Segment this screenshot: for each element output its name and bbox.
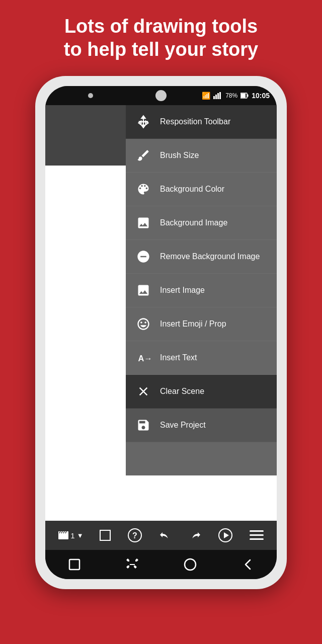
wifi-icon: 📶 — [202, 92, 210, 100]
menu-item-background-color[interactable]: Background Color — [126, 173, 277, 206]
palette-icon — [135, 181, 152, 198]
menu-item-clear-scene[interactable]: Clear Scene — [126, 375, 277, 409]
menu-label-brush: Brush Size — [160, 151, 199, 160]
text-icon: A→Z — [135, 349, 152, 366]
svg-text:?: ? — [132, 531, 137, 540]
svg-rect-20 — [250, 538, 264, 540]
scene-square-icon — [100, 530, 111, 541]
phone-wrapper: 📶 78% 10:05 — [0, 76, 322, 589]
svg-text:A→Z: A→Z — [138, 354, 151, 363]
menu-item-insert-text[interactable]: A→Z Insert Text — [126, 341, 277, 375]
reposition-icon — [135, 113, 152, 130]
content-area: Resposition Toolbar Brush Size — [45, 105, 277, 521]
redo-button[interactable] — [188, 530, 201, 541]
headline-line2: to help tell your story — [64, 39, 258, 60]
bottom-nav — [45, 550, 277, 579]
dropdown-menu: Resposition Toolbar Brush Size — [126, 105, 277, 475]
remove-circle-icon — [135, 248, 152, 265]
nav-compress-button[interactable] — [122, 554, 142, 575]
menu-item-brush-size[interactable]: Brush Size — [126, 139, 277, 173]
scene-frame-button[interactable] — [100, 530, 111, 541]
menu-item-save-project[interactable]: Save Project — [126, 409, 277, 442]
menu-item-insert-image[interactable]: Insert Image — [126, 274, 277, 307]
image-icon — [135, 214, 152, 231]
status-bar: 📶 78% 10:05 — [45, 86, 277, 105]
menu-item-background-image[interactable]: Background Image — [126, 206, 277, 240]
headline-line1: Lots of drawing tools — [64, 16, 258, 37]
svg-point-22 — [185, 559, 196, 570]
menu-label-clear-scene: Clear Scene — [160, 387, 204, 396]
close-icon — [135, 383, 152, 400]
svg-rect-9 — [58, 533, 68, 539]
svg-rect-3 — [219, 92, 221, 99]
menu-label-insert-text: Insert Text — [160, 353, 197, 362]
menu-label-insert-image: Insert Image — [160, 286, 205, 295]
play-button[interactable] — [218, 528, 233, 543]
nav-back-button[interactable] — [238, 554, 258, 575]
svg-rect-6 — [247, 95, 249, 97]
svg-rect-19 — [250, 534, 264, 536]
svg-rect-1 — [215, 95, 217, 99]
menu-label-remove-bg-image: Remove Background Image — [160, 252, 260, 261]
phone-device: 📶 78% 10:05 — [35, 76, 287, 589]
insert-image-icon — [135, 282, 152, 299]
brush-icon — [135, 147, 152, 164]
chevron-down-icon: ▼ — [77, 532, 84, 539]
phone-screen: 📶 78% 10:05 — [45, 86, 277, 579]
menu-label-insert-emoji: Insert Emoji / Prop — [160, 319, 226, 329]
menu-item-reposition-toolbar[interactable]: Resposition Toolbar — [126, 105, 277, 139]
svg-point-7 — [142, 121, 144, 123]
menu-label-bg-color: Background Color — [160, 185, 224, 194]
hamburger-menu-button[interactable] — [250, 530, 264, 540]
scene-number: 1 — [70, 531, 74, 540]
headline: Lots of drawing tools to help tell your … — [0, 0, 322, 71]
svg-rect-21 — [69, 559, 79, 570]
menu-item-insert-emoji[interactable]: Insert Emoji / Prop — [126, 307, 277, 341]
menu-label-bg-image: Background Image — [160, 218, 227, 227]
bottom-toolbar: 1 ▼ ? — [45, 521, 277, 550]
signal-icon — [213, 92, 222, 99]
undo-button[interactable] — [159, 530, 172, 541]
svg-rect-2 — [217, 93, 219, 99]
nav-home-button[interactable] — [180, 554, 200, 575]
menu-label-save-project: Save Project — [160, 421, 206, 430]
svg-rect-18 — [250, 530, 264, 532]
help-button[interactable]: ? — [127, 528, 142, 543]
clapboard-button[interactable]: 1 ▼ — [58, 531, 83, 540]
menu-label-reposition: Resposition Toolbar — [160, 117, 230, 126]
svg-rect-0 — [213, 96, 215, 99]
svg-rect-5 — [241, 94, 246, 98]
emoji-icon — [135, 315, 152, 333]
save-icon — [135, 417, 152, 434]
nav-square-button[interactable] — [64, 554, 85, 575]
battery-text: 78% — [225, 92, 237, 99]
menu-item-remove-background-image[interactable]: Remove Background Image — [126, 240, 277, 274]
time-display: 10:05 — [252, 92, 270, 100]
battery-icon — [240, 93, 249, 99]
